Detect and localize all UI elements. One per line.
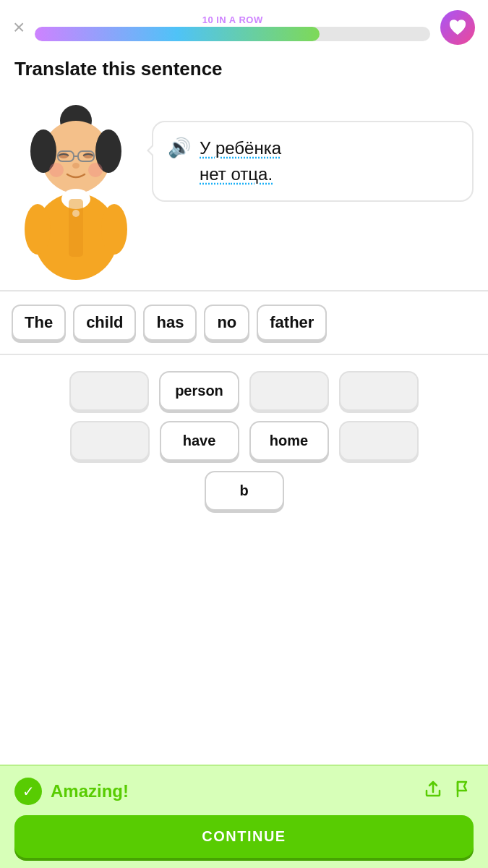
word-bank-chip-empty-3[interactable] bbox=[339, 371, 419, 411]
answer-word-no[interactable]: no bbox=[204, 305, 249, 341]
feedback-action-icons bbox=[423, 779, 474, 804]
russian-word-net: нет bbox=[200, 164, 231, 184]
russian-word-u: У bbox=[200, 138, 215, 158]
word-bank-row-2: have home bbox=[10, 421, 478, 461]
speaker-icon[interactable]: 🔊 bbox=[168, 137, 191, 159]
answer-word-has[interactable]: has bbox=[143, 305, 197, 341]
word-bank: person have home b bbox=[0, 355, 488, 531]
word-bank-chip-home[interactable]: home bbox=[249, 421, 329, 461]
amazing-label: Amazing! bbox=[51, 781, 129, 801]
answer-section: The child has no father bbox=[0, 290, 488, 355]
svg-point-6 bbox=[72, 163, 80, 169]
continue-button[interactable]: CONTINUE bbox=[14, 815, 474, 858]
character-section: 🔊 У ребёнка нет отца. bbox=[0, 92, 488, 283]
word-bank-chip-empty-5[interactable] bbox=[339, 421, 419, 461]
word-bank-row-3: b bbox=[10, 471, 478, 511]
character bbox=[7, 92, 152, 283]
word-bank-chip-empty-1[interactable] bbox=[69, 371, 149, 411]
progress-bar-container: 10 IN A ROW bbox=[35, 14, 430, 41]
header: × 10 IN A ROW bbox=[0, 0, 488, 51]
answer-word-the[interactable]: The bbox=[12, 305, 66, 341]
russian-word-rebenka: ребёнка bbox=[215, 138, 281, 158]
russian-word-ottsa: отца. bbox=[231, 164, 273, 184]
close-button[interactable]: × bbox=[13, 17, 25, 38]
svg-point-17 bbox=[101, 204, 127, 255]
streak-label: 10 IN A ROW bbox=[202, 14, 263, 25]
word-bank-chip-have[interactable]: have bbox=[160, 421, 239, 461]
page-title: Translate this sentence bbox=[0, 51, 488, 92]
progress-bar-fill bbox=[35, 27, 320, 41]
speech-bubble: 🔊 У ребёнка нет отца. bbox=[152, 121, 474, 202]
heart-icon[interactable] bbox=[440, 10, 475, 45]
svg-point-8 bbox=[88, 163, 103, 177]
russian-sentence: У ребёнка нет отца. bbox=[200, 135, 281, 187]
answer-word-father[interactable]: father bbox=[257, 305, 327, 341]
word-bank-chip-empty-4[interactable] bbox=[70, 421, 150, 461]
word-bank-row-1: person bbox=[10, 371, 478, 411]
svg-point-16 bbox=[25, 204, 51, 255]
feedback-left: ✓ Amazing! bbox=[14, 778, 129, 805]
progress-bar-background bbox=[35, 27, 430, 41]
word-bank-chip-person[interactable]: person bbox=[159, 371, 239, 411]
svg-point-7 bbox=[49, 163, 64, 177]
word-bank-chip-b[interactable]: b bbox=[205, 471, 284, 511]
svg-rect-15 bbox=[69, 199, 83, 257]
feedback-row: ✓ Amazing! bbox=[14, 778, 474, 805]
feedback-bar: ✓ Amazing! CONTINUE bbox=[0, 765, 488, 868]
check-icon: ✓ bbox=[14, 778, 42, 805]
word-bank-chip-empty-2[interactable] bbox=[249, 371, 329, 411]
character-illustration bbox=[7, 92, 145, 280]
answer-word-child[interactable]: child bbox=[73, 305, 136, 341]
share-icon[interactable] bbox=[423, 779, 443, 804]
flag-icon[interactable] bbox=[453, 779, 474, 804]
